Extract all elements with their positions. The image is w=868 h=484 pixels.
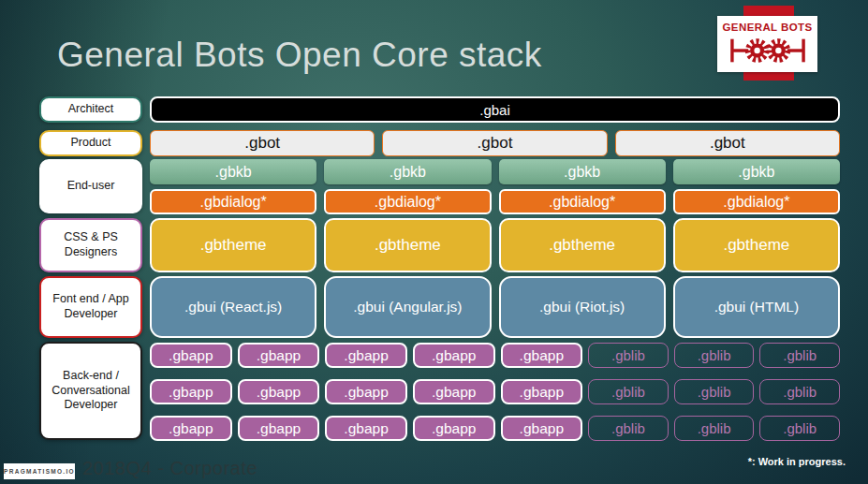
general-bots-logo: GENERAL BOTS (717, 16, 817, 72)
stack-box-gblib: .gblib (588, 343, 669, 368)
role-label-product: Product (39, 130, 142, 156)
stack-box-gbui: .gbui (HTML) (673, 276, 840, 338)
stack-box-gbapp: .gbapp (501, 416, 583, 441)
stack-box-gbapp: .gbapp (501, 343, 583, 368)
stack-box-gbapp: .gbapp (238, 343, 320, 368)
stack-box-gbapp: .gbapp (150, 416, 232, 441)
stack-box-gbtheme: .gbtheme (499, 218, 666, 272)
stack-box-gbapp: .gbapp (501, 379, 583, 404)
row-gbtheme: .gbtheme.gbtheme.gbtheme.gbtheme (150, 218, 840, 272)
stack-box-gbapp: .gbapp (413, 379, 495, 404)
row-gbui: .gbui (React.js).gbui (Angular.js).gbui … (150, 276, 840, 338)
stack-box-gbdialog: .gbdialog* (150, 189, 316, 214)
stack-box-gbot: .gbot (615, 130, 840, 156)
stack-box-gbapp: .gbapp (150, 343, 232, 368)
slide-canvas: General Bots Open Core stack GENERAL BOT… (0, 0, 868, 484)
role-label-end-user: End-user (39, 159, 142, 213)
row-gbapp-gblib-2: .gbapp.gbapp.gbapp.gbapp.gbapp.gblib.gbl… (150, 379, 840, 404)
stack-box-gbapp: .gbapp (325, 416, 407, 441)
stack-box-gblib: .gblib (759, 379, 840, 404)
role-label-architect: Architect (39, 96, 142, 123)
row-gbot: .gbot.gbot.gbot (150, 130, 840, 156)
stack-box-gbtheme: .gbtheme (150, 218, 316, 272)
stack-box-gbkb: .gbkb (499, 159, 666, 184)
stack-box-gblib: .gblib (759, 343, 840, 368)
stack-box-gbkb: .gbkb (673, 159, 840, 184)
stack-box-gbui: .gbui (Riot.js) (499, 276, 666, 338)
stack-box-gblib: .gblib (759, 416, 840, 441)
stack-box-gbapp: .gbapp (325, 343, 407, 368)
stack-box-gbdialog: .gbdialog* (673, 189, 840, 214)
row-gbapp-gblib-1: .gbapp.gbapp.gbapp.gbapp.gbapp.gblib.gbl… (150, 343, 840, 368)
row-gbdialog: .gbdialog*.gbdialog*.gbdialog*.gbdialog* (150, 189, 840, 214)
stack-box-gblib: .gblib (674, 416, 755, 441)
page-title: General Bots Open Core stack (57, 36, 542, 75)
stack-box-gblib: .gblib (674, 343, 755, 368)
stack-box-gbtheme: .gbtheme (673, 218, 840, 272)
stack-box-gbkb: .gbkb (324, 159, 491, 184)
stack-box-gbapp: .gbapp (238, 416, 320, 441)
role-label-front-end-app-developer: Font end / App Developer (39, 276, 142, 338)
work-in-progress-footnote: *: Work in progress. (748, 456, 846, 467)
pragmatismo-logo: PRAGMATISMO.IO (4, 463, 75, 479)
row-gbkb: .gbkb.gbkb.gbkb.gbkb (150, 159, 840, 184)
double-gear-icon (727, 34, 809, 67)
stack-box-gbapp: .gbapp (238, 379, 320, 404)
stack-box-gbapp: .gbapp (325, 379, 407, 404)
row-gbapp-gblib-3: .gbapp.gbapp.gbapp.gbapp.gbapp.gblib.gbl… (150, 416, 840, 441)
pragmatismo-logo-text: PRAGMATISMO.IO (4, 468, 75, 475)
stack-box-gbtheme: .gbtheme (324, 218, 491, 272)
stack-box-gbot: .gbot (150, 130, 375, 156)
stack-box-gbui: .gbui (React.js) (150, 276, 316, 338)
role-label-back-end-conversational-developer: Back-end / Conversational Developer (39, 342, 142, 440)
role-label-css-ps-designers: CSS & PS Designers (39, 218, 142, 272)
stack-box-gblib: .gblib (674, 379, 755, 404)
stack-box-gbdialog: .gbdialog* (324, 189, 491, 214)
stack-box-gbdialog: .gbdialog* (499, 189, 666, 214)
stack-box-gblib: .gblib (588, 379, 669, 404)
stack-box-gblib: .gblib (588, 416, 669, 441)
stack-box-gbai: .gbai (150, 96, 840, 123)
row-gbai: .gbai (150, 96, 840, 123)
footer-caption: 2018Q4 - Corporate (82, 458, 257, 479)
stack-box-gbapp: .gbapp (413, 343, 495, 368)
logo-wordmark: GENERAL BOTS (723, 22, 813, 33)
stack-box-gbot: .gbot (382, 130, 607, 156)
stack-box-gbapp: .gbapp (413, 416, 495, 441)
stack-box-gbui: .gbui (Angular.js) (324, 276, 491, 338)
stack-box-gbapp: .gbapp (150, 379, 232, 404)
stack-box-gbkb: .gbkb (150, 159, 316, 184)
